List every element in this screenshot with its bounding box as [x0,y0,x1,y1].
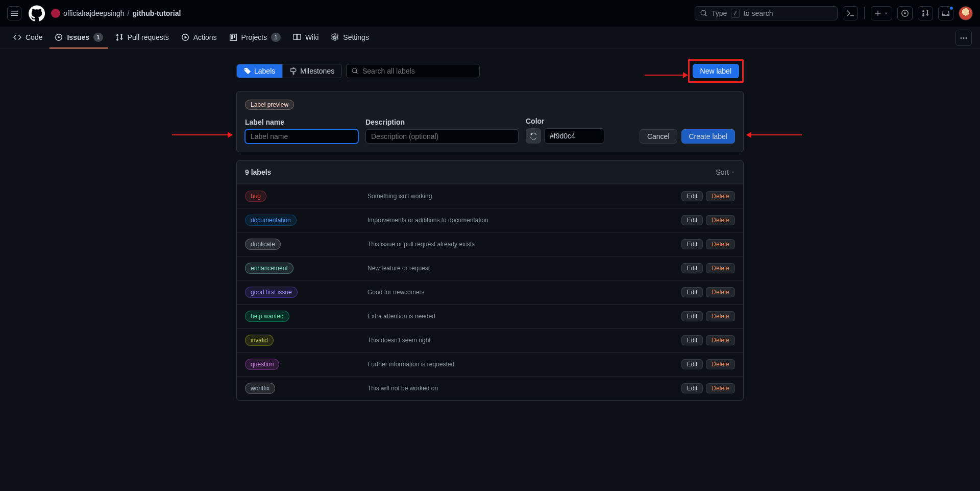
main-content: Labels Milestones New label Label previe… [236,59,744,401]
breadcrumb-sep: / [128,9,130,17]
nav-issues[interactable]: Issues 1 [50,27,108,49]
tab-milestones-label: Milestones [300,67,334,75]
edit-label-button[interactable]: Edit [681,263,703,273]
delete-label-button[interactable]: Delete [706,263,735,273]
issues-header-button[interactable] [897,6,913,20]
create-new-button[interactable] [871,6,892,20]
label-chip[interactable]: good first issue [245,287,298,298]
search-labels-field[interactable] [346,64,480,78]
nav-overflow-button[interactable] [955,30,972,46]
label-desc-input[interactable] [365,129,519,144]
nav-settings[interactable]: Settings [326,27,374,48]
edit-label-button[interactable]: Edit [681,383,703,393]
nav-actions[interactable]: Actions [176,27,222,48]
caret-down-icon [884,10,889,17]
new-label-button[interactable]: New label [693,64,739,78]
label-description: This doesn't seem right [368,337,681,344]
label-chip[interactable]: enhancement [245,263,293,274]
label-preview-chip: Label preview [245,100,294,110]
label-chip[interactable]: question [245,359,279,370]
milestone-icon [290,67,297,75]
label-name-input[interactable] [245,129,358,144]
edit-label-button[interactable]: Edit [681,359,703,369]
inbox-icon [942,9,950,17]
nav-wiki-label: Wiki [305,33,318,41]
notifications-button[interactable] [938,6,953,20]
nav-actions-label: Actions [193,33,217,41]
tab-milestones[interactable]: Milestones [282,64,341,78]
notification-dot [949,6,954,11]
gear-icon [331,33,339,41]
search-labels-input[interactable] [362,67,474,75]
label-description: Extra attention is needed [368,313,681,320]
create-label-button[interactable]: Create label [681,129,736,144]
label-chip[interactable]: duplicate [245,239,281,250]
kebab-icon [960,34,968,42]
label-row: wontfixThis will not be worked onEditDel… [237,376,743,400]
nav-wiki[interactable]: Wiki [288,27,324,48]
code-icon [13,33,21,41]
sync-icon [530,132,537,139]
global-header: officialrajdeepsingh / github-tutorial T… [0,0,980,27]
nav-pull-requests[interactable]: Pull requests [110,27,174,48]
label-chip[interactable]: wontfix [245,383,275,394]
edit-label-button[interactable]: Edit [681,239,703,249]
sort-label: Sort [716,168,729,176]
git-pull-request-icon [115,33,124,41]
nav-code[interactable]: Code [8,27,47,48]
github-logo-icon[interactable] [29,5,45,21]
label-description: Improvements or additions to documentati… [368,217,681,224]
label-chip[interactable]: invalid [245,335,274,346]
breadcrumb: officialrajdeepsingh / github-tutorial [51,9,181,18]
edit-label-button[interactable]: Edit [681,215,703,225]
breadcrumb-repo[interactable]: github-tutorial [133,9,181,17]
caret-down-icon [731,169,735,176]
delete-label-button[interactable]: Delete [706,383,735,393]
tab-labels[interactable]: Labels [237,64,282,78]
nav-projects[interactable]: Projects 1 [224,27,286,49]
pull-requests-header-button[interactable] [918,6,933,20]
label-row: enhancementNew feature or requestEditDel… [237,256,743,280]
delete-label-button[interactable]: Delete [706,191,735,201]
hamburger-icon [10,9,18,17]
hamburger-menu-button[interactable] [7,6,21,20]
delete-label-button[interactable]: Delete [706,335,735,345]
new-label-form: Label preview Label name Description Col… [236,91,744,152]
label-chip[interactable]: documentation [245,215,297,226]
labels-count: 9 labels [245,168,271,176]
label-chip[interactable]: bug [245,191,266,202]
delete-label-button[interactable]: Delete [706,215,735,225]
global-search[interactable]: Type / to search [695,6,838,20]
sort-dropdown[interactable]: Sort [716,168,735,176]
annotation-box-new-label: New label [688,59,744,83]
edit-label-button[interactable]: Edit [681,335,703,345]
cancel-button[interactable]: Cancel [640,129,677,144]
color-refresh-button[interactable] [526,128,541,144]
annotation-arrow-name-input [172,134,232,135]
delete-label-button[interactable]: Delete [706,239,735,249]
label-description: Further information is requested [368,361,681,368]
delete-label-button[interactable]: Delete [706,287,735,297]
labels-list-header: 9 labels Sort [237,161,743,184]
delete-label-button[interactable]: Delete [706,311,735,321]
nav-projects-label: Projects [241,33,267,41]
user-avatar[interactable] [959,6,973,20]
edit-label-button[interactable]: Edit [681,191,703,201]
label-row: duplicateThis issue or pull request alre… [237,232,743,256]
command-palette-button[interactable] [843,6,858,20]
owner-avatar [51,9,60,18]
plus-icon [874,10,881,17]
labels-milestones-toggle: Labels Milestones [236,64,342,78]
label-description: Good for newcomers [368,289,681,296]
breadcrumb-owner[interactable]: officialrajdeepsingh [63,9,125,17]
delete-label-button[interactable]: Delete [706,359,735,369]
edit-label-button[interactable]: Edit [681,287,703,297]
label-row: questionFurther information is requested… [237,352,743,376]
nav-issues-label: Issues [67,33,89,41]
command-icon [846,9,854,17]
edit-label-button[interactable]: Edit [681,311,703,321]
label-color-heading: Color [526,117,606,125]
label-chip[interactable]: help wanted [245,311,289,322]
label-color-input[interactable] [544,128,604,144]
tab-labels-label: Labels [254,67,275,75]
